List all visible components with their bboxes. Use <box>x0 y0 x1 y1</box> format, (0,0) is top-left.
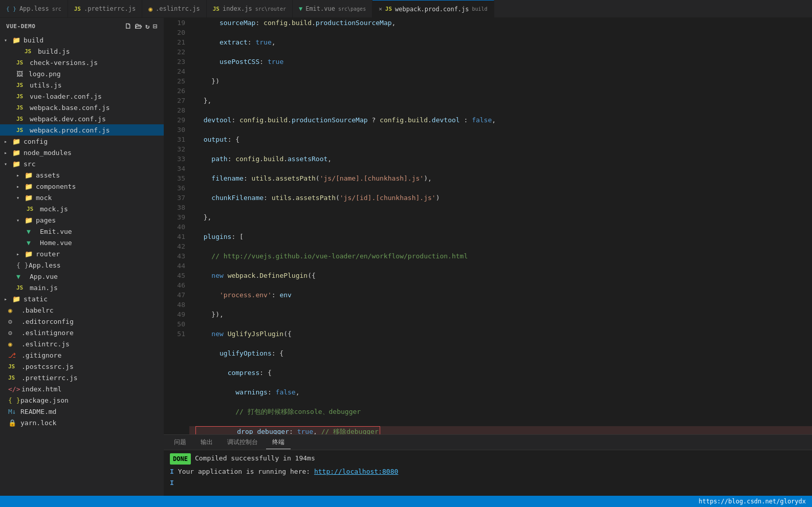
item-label: .postcssrc.js <box>21 363 74 370</box>
folder-icon: 📁 <box>12 295 21 303</box>
compile-status-line: DONE Compiled successfully in 194ms <box>170 453 806 465</box>
item-label: build <box>24 36 43 44</box>
terminal-content: DONE Compiled successfully in 194ms I Yo… <box>164 450 812 496</box>
item-label: webpack.base.conf.js <box>30 104 110 112</box>
tree-item-eslintrc[interactable]: ◉ .eslintrc.js <box>0 338 164 349</box>
localhost-link[interactable]: http://localhost:8080 <box>314 468 398 475</box>
tree-item-webpack-dev[interactable]: JS webpack.dev.conf.js <box>0 113 164 124</box>
tree-item-logo[interactable]: 🖼 logo.png <box>0 68 164 79</box>
tab-problems[interactable]: 问题 <box>168 436 192 449</box>
tree-item-app-vue[interactable]: ▼ App.vue <box>0 271 164 282</box>
gear-file-icon: ⚙ <box>8 318 17 325</box>
js-file-icon: JS <box>16 59 26 66</box>
tab-webpack-prod[interactable]: ✕ JS webpack.prod.conf.js build <box>372 0 494 17</box>
tree-item-eslintignore[interactable]: ⚙ .eslintignore <box>0 327 164 338</box>
tree-item-utils[interactable]: JS utils.js <box>0 79 164 91</box>
code-content[interactable]: sourceMap: config.build.productionSource… <box>189 18 812 434</box>
tab-label: 输出 <box>201 438 213 446</box>
folder-icon: 📁 <box>25 250 34 258</box>
tree-item-postcssrc[interactable]: JS .postcssrc.js <box>0 361 164 372</box>
tree-item-gitignore[interactable]: ⎇ .gitignore <box>0 349 164 361</box>
line-numbers: 1920212223 2425262728 2930313233 3435363… <box>164 18 189 434</box>
tree-item-app-less[interactable]: { } App.less <box>0 259 164 271</box>
tree-item-main-js[interactable]: JS main.js <box>0 282 164 293</box>
tree-item-webpack-base[interactable]: JS webpack.base.conf.js <box>0 102 164 113</box>
folder-icon: 📁 <box>12 36 21 44</box>
close-icon[interactable]: ✕ <box>379 6 382 12</box>
html-file-icon: </> <box>8 385 17 393</box>
tree-item-pages[interactable]: ▾ 📁 pages <box>0 214 164 226</box>
tab-output[interactable]: 输出 <box>194 436 219 449</box>
tab-prettierrc[interactable]: JS .prettierrc.js <box>68 0 142 17</box>
dot-file-icon: ◉ <box>8 340 17 348</box>
new-folder-icon[interactable]: 🗁 <box>135 22 142 30</box>
vue-file-icon: ▼ <box>27 239 36 247</box>
folder-icon: 📁 <box>25 183 34 190</box>
item-label: .babelrc <box>21 306 54 314</box>
item-label: mock <box>36 194 52 202</box>
item-label: Home.vue <box>40 239 72 247</box>
tab-label: .eslintrc.js <box>156 5 200 12</box>
tab-debug-console[interactable]: 调试控制台 <box>221 436 264 449</box>
item-label: yarn.lock <box>20 419 56 427</box>
item-label: webpack.dev.conf.js <box>30 115 106 123</box>
folder-icon: 📁 <box>25 194 34 202</box>
tab-label: 终端 <box>272 438 284 446</box>
status-bar: https://blog.csdn.net/glorydx <box>0 496 812 507</box>
expand-arrow: ▾ <box>4 37 12 43</box>
tree-item-src[interactable]: ▾ 📁 src <box>0 158 164 169</box>
tree-item-node-modules[interactable]: ▸ 📁 node_modules <box>0 147 164 158</box>
item-label: .prettierrc.js <box>21 374 78 382</box>
item-label: logo.png <box>29 70 61 78</box>
tree-item-readme[interactable]: M↓ README.md <box>0 406 164 417</box>
item-label: package.json <box>20 396 69 404</box>
vue-icon: ▼ <box>299 5 302 12</box>
tree-item-babelrc[interactable]: ◉ .babelrc <box>0 304 164 316</box>
tab-label: Emit.vue <box>305 5 335 12</box>
tab-emit-vue[interactable]: ▼ Emit.vue src\pages <box>293 0 372 17</box>
tree-item-build[interactable]: ▾ 📁 build <box>0 34 164 46</box>
tree-item-vue-loader[interactable]: JS vue-loader.conf.js <box>0 91 164 102</box>
tab-app-less[interactable]: { } App.less src <box>0 0 68 17</box>
tree-item-build-js[interactable]: JS build.js <box>0 46 164 57</box>
refresh-icon[interactable]: ↻ <box>145 22 150 30</box>
tree-item-webpack-prod[interactable]: JS webpack.prod.conf.js <box>0 124 164 136</box>
tree-item-emit-vue[interactable]: ▼ Emit.vue <box>0 226 164 237</box>
tree-item-mock[interactable]: ▾ 📁 mock <box>0 192 164 203</box>
tree-item-package-json[interactable]: { } package.json <box>0 394 164 406</box>
item-label: README.md <box>20 408 56 415</box>
tree-item-index-html[interactable]: </> index.html <box>0 383 164 394</box>
tree-item-router[interactable]: ▸ 📁 router <box>0 248 164 259</box>
tab-badge: build <box>472 6 488 12</box>
tree-item-config[interactable]: ▸ 📁 config <box>0 136 164 147</box>
compile-message: Compiled successfully in 194ms <box>195 453 315 464</box>
tree-item-check-versions[interactable]: JS check-versions.js <box>0 57 164 68</box>
sidebar: VUE-DEMO 🗋 🗁 ↻ ⊟ ▾ 📁 build JS build.js J… <box>0 18 164 496</box>
code-editor[interactable]: 1920212223 2425262728 2930313233 3435363… <box>164 18 812 434</box>
expand-arrow: ▾ <box>16 195 25 201</box>
tab-eslintrc[interactable]: ◉ .eslintrc.js <box>142 0 207 17</box>
explorer-actions: 🗋 🗁 ↻ ⊟ <box>124 22 158 30</box>
tree-item-assets[interactable]: ▸ 📁 assets <box>0 169 164 181</box>
git-file-icon: ⎇ <box>8 351 17 359</box>
tree-item-home-vue[interactable]: ▼ Home.vue <box>0 237 164 248</box>
tab-badge: src\pages <box>338 6 366 12</box>
md-file-icon: M↓ <box>8 408 17 415</box>
item-label: router <box>36 250 60 258</box>
new-file-icon[interactable]: 🗋 <box>124 22 132 30</box>
collapse-icon[interactable]: ⊟ <box>153 22 158 30</box>
tree-item-static[interactable]: ▸ 📁 static <box>0 293 164 304</box>
tab-index-js[interactable]: JS index.js src\router <box>207 0 293 17</box>
tree-item-prettierrc[interactable]: JS .prettierrc.js <box>0 372 164 383</box>
expand-arrow: ▸ <box>4 150 12 156</box>
tree-item-yarn-lock[interactable]: 🔒 yarn.lock <box>0 417 164 428</box>
item-label: .gitignore <box>21 351 61 359</box>
gear-file-icon: ⚙ <box>8 329 17 337</box>
item-label: check-versions.js <box>30 59 98 67</box>
tree-item-components[interactable]: ▸ 📁 components <box>0 181 164 192</box>
expand-arrow: ▸ <box>16 172 25 178</box>
tree-item-editorconfig[interactable]: ⚙ .editorconfig <box>0 316 164 327</box>
tab-terminal[interactable]: 终端 <box>266 436 291 449</box>
folder-icon: 📁 <box>12 160 21 168</box>
tree-item-mock-js[interactable]: JS mock.js <box>0 203 164 214</box>
